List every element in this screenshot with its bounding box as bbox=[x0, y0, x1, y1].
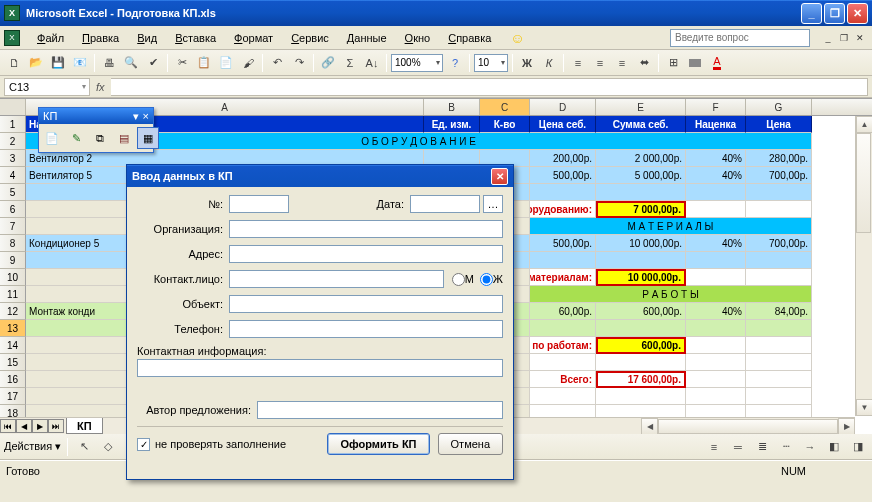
vscroll-thumb[interactable] bbox=[856, 133, 871, 233]
spellcheck-icon[interactable]: ✔ bbox=[143, 53, 163, 73]
cell[interactable] bbox=[686, 371, 746, 388]
formula-input[interactable] bbox=[111, 78, 868, 96]
scroll-left-icon[interactable]: ◀ bbox=[641, 418, 658, 435]
row-header-6[interactable]: 6 bbox=[0, 201, 26, 218]
cell[interactable] bbox=[530, 354, 596, 371]
cell[interactable] bbox=[746, 184, 812, 201]
scroll-down-icon[interactable]: ▼ bbox=[856, 399, 872, 416]
close-button[interactable]: ✕ bbox=[847, 3, 868, 24]
row-header-11[interactable]: 11 bbox=[0, 286, 26, 303]
doc-close[interactable]: ✕ bbox=[852, 31, 868, 45]
cell[interactable]: 2 000,00р. bbox=[596, 150, 686, 167]
cell[interactable]: 40% bbox=[686, 235, 746, 252]
header-F[interactable]: Наценка bbox=[686, 116, 746, 133]
cell[interactable] bbox=[746, 252, 812, 269]
bold-icon[interactable]: Ж bbox=[517, 53, 537, 73]
align-left-icon[interactable]: ≡ bbox=[568, 53, 588, 73]
shape1-icon[interactable]: ≡ bbox=[704, 437, 724, 457]
cell[interactable]: 40% bbox=[686, 167, 746, 184]
cell[interactable]: 5 000,00р. bbox=[596, 167, 686, 184]
kp-toolbar-dropdown-icon[interactable]: ▾ bbox=[133, 110, 139, 123]
header-G[interactable]: Цена bbox=[746, 116, 812, 133]
cell[interactable] bbox=[746, 388, 812, 405]
header-C[interactable]: К-во bbox=[480, 116, 530, 133]
scroll-up-icon[interactable]: ▲ bbox=[856, 116, 872, 133]
question-box[interactable] bbox=[670, 29, 810, 47]
col-header-B[interactable]: B bbox=[424, 99, 480, 115]
sort-icon[interactable]: A↓ bbox=[362, 53, 382, 73]
kp-edit-icon[interactable]: ✎ bbox=[65, 127, 87, 149]
doc-icon[interactable]: X bbox=[4, 30, 20, 46]
radio-f[interactable]: Ж bbox=[480, 273, 503, 286]
cell[interactable] bbox=[746, 371, 812, 388]
fillcolor-icon[interactable] bbox=[685, 53, 705, 73]
borders-icon[interactable]: ⊞ bbox=[663, 53, 683, 73]
shape3-icon[interactable]: ≣ bbox=[752, 437, 772, 457]
hyperlink-icon[interactable]: 🔗 bbox=[318, 53, 338, 73]
dialog-close-button[interactable]: ✕ bbox=[491, 168, 508, 185]
col-header-F[interactable]: F bbox=[686, 99, 746, 115]
row-header-2[interactable]: 2 bbox=[0, 133, 26, 150]
autosum-icon[interactable]: Σ bbox=[340, 53, 360, 73]
cell[interactable] bbox=[686, 184, 746, 201]
input-author[interactable] bbox=[257, 401, 503, 419]
row-header-8[interactable]: 8 bbox=[0, 235, 26, 252]
fontsize-combo[interactable]: 10 bbox=[474, 54, 508, 72]
cell[interactable]: 84,00р. bbox=[746, 303, 812, 320]
preview-icon[interactable]: 🔍 bbox=[121, 53, 141, 73]
kp-code-icon[interactable]: ⧉ bbox=[89, 127, 111, 149]
row-header-3[interactable]: 3 bbox=[0, 150, 26, 167]
cell[interactable]: 10 000,00р. bbox=[596, 269, 686, 286]
input-tel[interactable] bbox=[229, 320, 503, 338]
merge-icon[interactable]: ⬌ bbox=[634, 53, 654, 73]
select-icon[interactable]: ↖ bbox=[74, 437, 94, 457]
help-icon[interactable]: ? bbox=[445, 53, 465, 73]
col-header-D[interactable]: D bbox=[530, 99, 596, 115]
cell[interactable] bbox=[686, 388, 746, 405]
input-contact-info[interactable] bbox=[137, 359, 503, 377]
menu-окно[interactable]: Окно bbox=[396, 29, 440, 47]
cell[interactable] bbox=[596, 320, 686, 337]
input-date[interactable] bbox=[410, 195, 480, 213]
menu-сервис[interactable]: Сервис bbox=[282, 29, 338, 47]
cell[interactable]: 40% bbox=[686, 150, 746, 167]
kp-list-icon[interactable]: ▤ bbox=[113, 127, 135, 149]
cell[interactable] bbox=[686, 269, 746, 286]
tab-first-icon[interactable]: ⏮ bbox=[0, 419, 16, 433]
print-icon[interactable]: 🖶 bbox=[99, 53, 119, 73]
copy-icon[interactable]: 📋 bbox=[194, 53, 214, 73]
cell[interactable] bbox=[596, 184, 686, 201]
help-smiley-icon[interactable]: ☺ bbox=[510, 30, 524, 46]
cell[interactable]: о материалам: bbox=[530, 269, 596, 286]
menu-правка[interactable]: Правка bbox=[73, 29, 128, 47]
cell[interactable]: 200,00р. bbox=[530, 150, 596, 167]
cell[interactable] bbox=[530, 388, 596, 405]
shadow-icon[interactable]: ◧ bbox=[824, 437, 844, 457]
cell[interactable] bbox=[686, 320, 746, 337]
col-header-G[interactable]: G bbox=[746, 99, 812, 115]
cell[interactable] bbox=[596, 388, 686, 405]
cell[interactable] bbox=[530, 184, 596, 201]
sheet-tab[interactable]: КП bbox=[66, 418, 103, 434]
maximize-button[interactable]: ❐ bbox=[824, 3, 845, 24]
row-header-17[interactable]: 17 bbox=[0, 388, 26, 405]
ok-button[interactable]: Оформить КП bbox=[327, 433, 429, 455]
header-D[interactable]: Цена себ. bbox=[530, 116, 596, 133]
cell[interactable]: 500,00р. bbox=[530, 167, 596, 184]
cell[interactable] bbox=[746, 354, 812, 371]
doc-minimize[interactable]: _ bbox=[820, 31, 836, 45]
cell[interactable] bbox=[686, 252, 746, 269]
row-header-12[interactable]: 12 bbox=[0, 303, 26, 320]
menu-формат[interactable]: Формат bbox=[225, 29, 282, 47]
select-all-corner[interactable] bbox=[0, 99, 26, 115]
cell[interactable] bbox=[746, 337, 812, 354]
menu-вставка[interactable]: Вставка bbox=[166, 29, 225, 47]
cell[interactable]: го по работам: bbox=[530, 337, 596, 354]
align-center-icon[interactable]: ≡ bbox=[590, 53, 610, 73]
cut-icon[interactable]: ✂ bbox=[172, 53, 192, 73]
dash-icon[interactable]: ┄ bbox=[776, 437, 796, 457]
tab-last-icon[interactable]: ⏭ bbox=[48, 419, 64, 433]
kp-toolbar-close-icon[interactable]: × bbox=[143, 110, 149, 123]
input-contact[interactable] bbox=[229, 270, 444, 288]
cell[interactable] bbox=[746, 201, 812, 218]
